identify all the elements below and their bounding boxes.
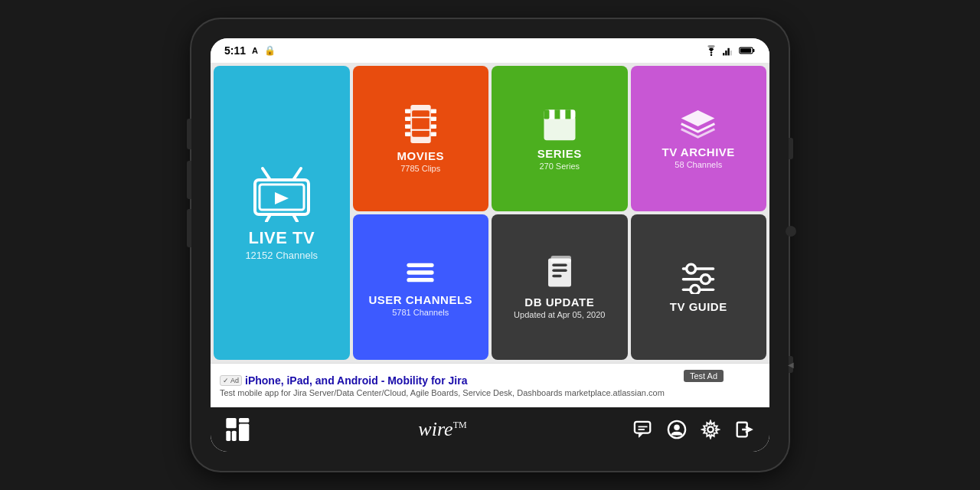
series-subtitle: 270 Series: [539, 162, 580, 171]
ad-banner[interactable]: ✓ Ad iPhone, iPad, and Android - Mobilit…: [211, 363, 769, 407]
user-channels-icon: [403, 258, 437, 287]
db-update-icon: [543, 256, 577, 289]
svg-rect-7: [740, 48, 751, 53]
lock-icon: 🔒: [264, 45, 276, 56]
tile-user-channels[interactable]: USER CHANNELS 5781 Channels: [353, 214, 489, 360]
svg-point-57: [707, 426, 713, 432]
svg-point-56: [674, 425, 679, 430]
volume-down-button[interactable]: [187, 161, 191, 199]
svg-rect-1: [723, 53, 724, 55]
ad-tag: ✓ Ad: [220, 375, 242, 386]
power-button-left[interactable]: [187, 209, 191, 247]
svg-rect-49: [226, 431, 230, 441]
svg-point-42: [687, 264, 696, 273]
svg-point-44: [701, 274, 710, 283]
battery-icon: [739, 46, 756, 55]
back-button[interactable]: ◀: [789, 356, 793, 373]
svg-rect-18: [405, 124, 410, 128]
svg-rect-40: [550, 256, 570, 263]
app-logo: wireTM: [418, 418, 466, 441]
bottom-nav: wireTM: [211, 407, 769, 452]
svg-rect-38: [552, 269, 567, 272]
live-tv-subtitle: 12152 Channels: [245, 250, 318, 261]
svg-line-12: [293, 168, 301, 180]
svg-rect-33: [407, 263, 434, 266]
svg-point-0: [710, 54, 713, 56]
svg-rect-30: [554, 109, 560, 119]
db-update-subtitle: Updated at Apr 05, 2020: [514, 310, 605, 319]
svg-rect-39: [552, 274, 561, 277]
series-title: SERIES: [537, 147, 582, 160]
ad-subtitle: Test mobile app for Jira Server/Data Cen…: [220, 388, 760, 397]
movies-icon: [403, 105, 438, 143]
user-channels-subtitle: 5781 Channels: [392, 308, 449, 317]
signal-icon: [723, 45, 735, 56]
tile-db-update[interactable]: DB UPDATE Updated at Apr 05, 2020: [492, 214, 628, 360]
tv-guide-title: TV GUIDE: [670, 300, 727, 313]
svg-point-46: [691, 285, 700, 294]
camera-button: [786, 226, 796, 237]
svg-rect-22: [430, 124, 436, 128]
power-button-right[interactable]: [789, 138, 793, 159]
movies-subtitle: 7785 Clips: [400, 164, 440, 173]
svg-rect-19: [405, 132, 410, 136]
svg-rect-16: [405, 109, 410, 113]
svg-rect-21: [430, 116, 436, 120]
svg-rect-36: [548, 258, 571, 286]
db-update-title: DB UPDATE: [524, 296, 594, 309]
settings-icon[interactable]: [701, 420, 720, 439]
svg-rect-35: [407, 278, 434, 282]
user-channels-title: USER CHANNELS: [368, 293, 472, 306]
status-right-icons: [704, 45, 756, 56]
tile-tv-archive[interactable]: TV ARCHIVE 58 Channels: [631, 66, 767, 211]
status-time: 5:11: [224, 44, 246, 57]
accessibility-icon: A: [252, 46, 258, 55]
svg-rect-20: [430, 109, 436, 113]
tv-archive-icon: [680, 109, 717, 139]
logout-icon[interactable]: [734, 420, 754, 439]
svg-rect-48: [239, 418, 249, 423]
svg-rect-37: [552, 263, 567, 266]
tile-series[interactable]: SERIES 270 Series: [492, 66, 628, 211]
svg-marker-10: [275, 192, 289, 204]
phone-device: ◀ 5:11 A 🔒: [191, 19, 789, 471]
svg-rect-50: [239, 424, 249, 442]
nav-home-button[interactable]: [226, 418, 252, 441]
svg-rect-4: [730, 51, 732, 55]
status-bar: 5:11 A 🔒: [211, 38, 769, 63]
svg-rect-34: [407, 270, 434, 274]
nav-right-icons: [633, 420, 754, 439]
volume-up-button[interactable]: [187, 119, 191, 149]
tv-archive-title: TV ARCHIVE: [662, 145, 735, 158]
phone-screen: 5:11 A 🔒: [211, 38, 769, 452]
svg-rect-17: [405, 116, 410, 120]
tile-tv-guide[interactable]: TV GUIDE: [631, 214, 767, 360]
movies-title: MOVIES: [397, 149, 444, 162]
svg-line-11: [263, 168, 270, 180]
tv-archive-subtitle: 58 Channels: [675, 160, 722, 169]
app-grid: LIVE TV 12152 Channels: [211, 63, 769, 363]
tile-movies[interactable]: MOVIES 7785 Clips: [353, 66, 489, 211]
svg-rect-27: [544, 116, 575, 140]
svg-rect-3: [727, 48, 729, 56]
svg-rect-23: [430, 132, 436, 136]
live-tv-title: LIVE TV: [248, 228, 315, 248]
svg-rect-2: [725, 51, 727, 55]
chat-icon[interactable]: [633, 420, 653, 439]
svg-rect-31: [565, 109, 570, 119]
svg-rect-47: [226, 418, 236, 428]
svg-rect-51: [232, 431, 237, 441]
svg-rect-29: [544, 109, 549, 119]
tile-live-tv[interactable]: LIVE TV 12152 Channels: [214, 66, 350, 360]
grid-icon: [226, 418, 252, 441]
account-icon[interactable]: [667, 420, 687, 439]
wifi-icon: [704, 45, 719, 56]
ad-title: iPhone, iPad, and Android - Mobility for…: [245, 374, 467, 387]
tv-guide-icon: [681, 262, 716, 294]
main-content: LIVE TV 12152 Channels: [211, 63, 769, 452]
svg-rect-6: [753, 49, 754, 52]
svg-marker-32: [681, 110, 715, 126]
series-icon: [541, 106, 578, 141]
svg-rect-24: [412, 110, 430, 137]
test-ad-badge: Test Ad: [684, 370, 724, 382]
